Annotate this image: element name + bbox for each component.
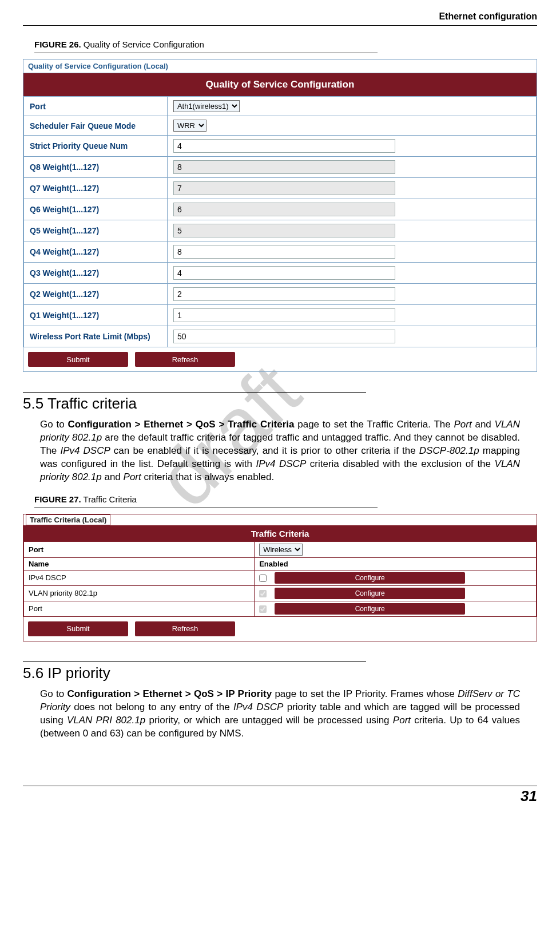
tc-name-header: Name bbox=[24, 557, 255, 570]
panel-title: Quality of Service Configuration bbox=[23, 73, 537, 96]
spqn-input[interactable] bbox=[173, 139, 395, 153]
section-5-6-heading: 5.6 IP priority bbox=[23, 664, 537, 682]
tc-row-ipv4dscp: IPv4 DSCP bbox=[24, 570, 255, 585]
running-header: Ethernet configuration bbox=[23, 11, 537, 26]
row-q7-label: Q7 Weight(1...127) bbox=[24, 178, 168, 199]
panel-title: Traffic Criteria bbox=[23, 525, 537, 541]
q1-input[interactable] bbox=[173, 308, 395, 322]
panel-legend: Quality of Service Configuration (Local) bbox=[23, 60, 537, 73]
tc-submit-button[interactable]: Submit bbox=[28, 621, 128, 636]
scheduler-select[interactable]: WRR bbox=[173, 120, 206, 132]
port-configure-button[interactable]: Configure bbox=[275, 603, 465, 615]
q5-input[interactable] bbox=[173, 224, 395, 237]
vlan-checkbox bbox=[259, 590, 267, 597]
page-number: 31 bbox=[23, 786, 537, 805]
section-5-5-heading: 5.5 Traffic criteria bbox=[23, 395, 537, 413]
panel-legend: Traffic Criteria (Local) bbox=[26, 514, 110, 525]
row-q4-label: Q4 Weight(1...127) bbox=[24, 241, 168, 263]
submit-button[interactable]: Submit bbox=[28, 352, 128, 367]
tc-row-port: Port bbox=[24, 601, 255, 616]
q3-input[interactable] bbox=[173, 266, 395, 280]
ipv4dscp-checkbox[interactable] bbox=[259, 575, 267, 582]
row-sched-label: Scheduler Fair Queue Mode bbox=[24, 116, 168, 136]
figure-27-caption: FIGURE 27. Traffic Criteria bbox=[34, 492, 378, 508]
row-spqn-label: Strict Priority Queue Num bbox=[24, 136, 168, 157]
qos-panel: Quality of Service Configuration (Local)… bbox=[23, 59, 537, 372]
q6-input[interactable] bbox=[173, 203, 395, 216]
row-q6-label: Q6 Weight(1...127) bbox=[24, 199, 168, 220]
row-rate-label: Wireless Port Rate Limit (Mbps) bbox=[24, 326, 168, 347]
row-q2-label: Q2 Weight(1...127) bbox=[24, 284, 168, 305]
row-q1-label: Q1 Weight(1...127) bbox=[24, 305, 168, 326]
row-q5-label: Q5 Weight(1...127) bbox=[24, 220, 168, 241]
q7-input[interactable] bbox=[173, 181, 395, 195]
figure-title: Traffic Criteria bbox=[81, 494, 137, 504]
section-5-5-body: Go to Configuration > Ethernet > QoS > T… bbox=[40, 418, 520, 484]
figure-number: FIGURE 26. bbox=[34, 39, 81, 49]
traffic-criteria-panel: Traffic Criteria (Local) Traffic Criteri… bbox=[23, 514, 537, 641]
row-q8-label: Q8 Weight(1...127) bbox=[24, 157, 168, 178]
q2-input[interactable] bbox=[173, 287, 395, 301]
port-checkbox bbox=[259, 605, 267, 613]
row-q3-label: Q3 Weight(1...127) bbox=[24, 263, 168, 284]
tc-row-vlan: VLAN priority 802.1p bbox=[24, 585, 255, 601]
tc-enabled-header: Enabled bbox=[255, 557, 537, 570]
tc-port-label: Port bbox=[24, 541, 255, 557]
tc-port-select[interactable]: Wireless bbox=[259, 544, 303, 556]
row-port-label: Port bbox=[24, 97, 168, 116]
refresh-button[interactable]: Refresh bbox=[135, 352, 235, 367]
q4-input[interactable] bbox=[173, 245, 395, 259]
section-5-6-body: Go to Configuration > Ethernet > QoS > I… bbox=[40, 688, 520, 740]
q8-input[interactable] bbox=[173, 160, 395, 174]
figure-number: FIGURE 27. bbox=[34, 494, 81, 504]
ipv4dscp-configure-button[interactable]: Configure bbox=[275, 572, 465, 584]
figure-26-caption: FIGURE 26. Quality of Service Configurat… bbox=[34, 37, 378, 53]
port-select[interactable]: Ath1(wireless1) bbox=[173, 100, 240, 112]
tc-refresh-button[interactable]: Refresh bbox=[135, 621, 235, 636]
vlan-configure-button[interactable]: Configure bbox=[275, 588, 465, 599]
rate-input[interactable] bbox=[173, 330, 395, 343]
figure-title: Quality of Service Configuration bbox=[81, 39, 204, 49]
